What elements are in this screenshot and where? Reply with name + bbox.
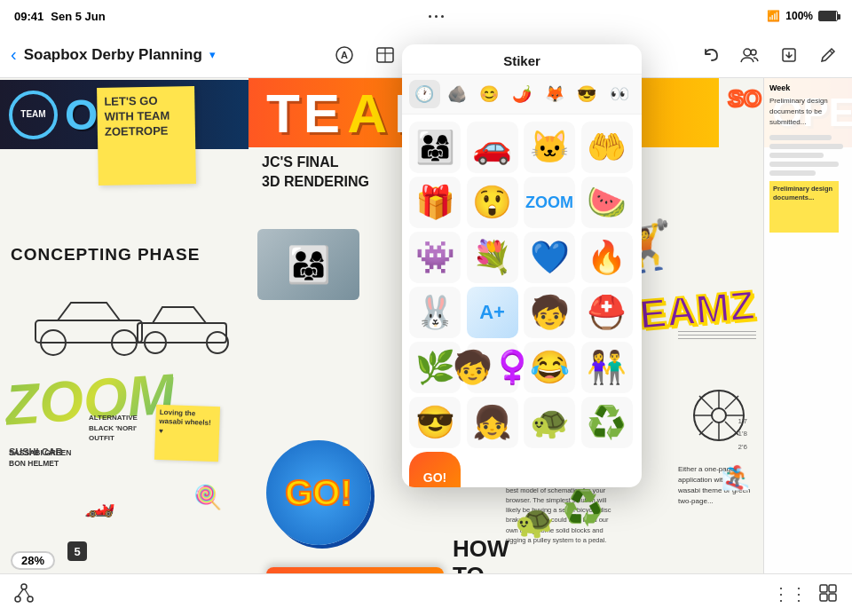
svg-line-32 [18,589,23,596]
sticker-grid: 👨‍👩‍👧 🚗 🐱 🤲 🎁 😲 ZOOM 🍉 👾 💐 💙 🔥 🐰 A+ 🧒 ⛑️… [402,115,642,487]
svg-line-33 [25,589,29,596]
svg-rect-34 [820,585,827,592]
sticker-panel-title: Stiker [402,44,642,75]
sticker-recycle[interactable]: ♻️ [581,397,633,448]
status-bar: 09:41 Sen 5 Jun 📶 100% [0,0,852,32]
right-line-2 [769,144,843,149]
recycle-icon: ♻️ [562,488,604,527]
svg-text:A: A [341,50,348,60]
sticker-flowers[interactable]: 💐 [467,232,518,283]
tab-spicy[interactable]: 🌶️ [507,80,538,108]
svg-rect-35 [829,585,836,592]
svg-point-10 [751,50,756,55]
right-week-label: Week [769,83,847,92]
svg-point-29 [15,596,20,602]
sticker-girl[interactable]: 🧒‍♀️ [467,342,518,393]
sticker-hands[interactable]: 🤲 [581,122,633,173]
sticker-rabbit[interactable]: 🐰 [409,287,461,338]
right-sticky-note: Preliminary design documents... [769,181,839,233]
sticker-blue-heart[interactable]: 💙 [524,232,575,283]
svg-line-12 [830,51,832,53]
loving-text: Loving the wasabi wheels! ♥ [159,408,211,435]
bottom-toolbar: ⋮⋮ [0,573,852,616]
sticker-turtle[interactable]: 🐢 [524,397,575,448]
tab-recent[interactable]: 🕐 [409,80,440,108]
sticker-go-btn[interactable]: GO! [409,452,461,487]
sticker-laugh[interactable]: 😂 [524,342,575,393]
back-button[interactable]: ‹ [11,44,17,65]
number-badge: 5 [67,541,87,561]
sticker-girl2[interactable]: 👧 [467,397,518,448]
dot3 [441,15,444,18]
go-circle: GO! [266,440,371,545]
so-label: SO [728,85,761,113]
right-text-content: Preliminary design documents to be submi… [769,96,847,128]
toolbar-right [698,42,841,68]
right-panel: Week Preliminary design documents to be … [763,78,852,616]
tab-eyes[interactable]: 👀 [604,80,635,108]
tab-emoji[interactable]: 😊 [474,80,505,108]
svg-rect-37 [829,594,836,601]
sticker-watermelon[interactable]: 🍉 [581,177,633,228]
sticker-tabs: 🕐 🪨 😊 🌶️ 🦊 😎 👀 [402,75,642,115]
svg-line-28 [699,422,713,435]
format-text-button[interactable]: A [331,42,358,68]
team-ring: TEAM [9,91,58,139]
svg-line-27 [725,396,738,409]
turtle-sticker: 🐢 [515,503,555,541]
day-label: Sen 5 Jun [51,10,105,23]
right-line-4 [769,162,839,167]
car-sketch-svg [9,272,240,360]
pencil-button[interactable] [815,42,841,68]
alternative-text: ALTERNATIVEBLACK 'NORI'OUTFIT [89,413,138,443]
team-letter-a: A [347,82,390,145]
nodes-button[interactable] [14,583,34,607]
status-bar-left: 09:41 Sen 5 Jun [14,10,106,23]
sticker-couple[interactable]: 👫 [581,342,633,393]
sticky-loving-wheels: Loving the wasabi wheels! ♥ [154,405,220,462]
tab-animal[interactable]: 🦊 [539,80,570,108]
blueprint-area [678,331,756,342]
sticker-cat[interactable]: 🐱 [524,122,575,173]
sticker-gift[interactable]: 🎁 [409,177,461,228]
svg-rect-36 [820,594,827,601]
sassabi-text: SASSABI GREENBON HELMET [9,447,71,470]
undo-button[interactable] [698,42,724,68]
tab-leaf[interactable]: 🪨 [442,80,473,108]
svg-line-25 [699,396,713,409]
sticker-helmet[interactable]: ⛑️ [581,287,633,338]
sticker-red-car[interactable]: 🚗 [467,122,518,173]
grid-dots-button[interactable]: ⋮⋮ [772,583,808,607]
tab-cool[interactable]: 😎 [572,80,603,108]
sticky-note-text: LET'S GO WITH TEAM ZOETROPE [104,94,170,138]
export-button[interactable] [776,42,802,68]
sticker-monster[interactable]: 👾 [409,232,461,283]
howto-text: HOW [453,535,509,563]
insert-table-button[interactable] [372,42,398,68]
sticker-aplus[interactable]: A+ [467,287,518,338]
sticker-surprised[interactable]: 😲 [467,177,518,228]
svg-point-9 [744,49,751,56]
battery-icon [818,11,838,21]
right-line-3 [769,153,824,158]
collaborate-button[interactable] [737,42,763,68]
time-label: 09:41 [14,10,43,23]
status-bar-center [429,15,444,18]
grid-view-button[interactable] [818,583,838,607]
sticker-panel: Stiker 🕐 🪨 😊 🌶️ 🦊 😎 👀 👨‍👩‍👧 🚗 🐱 🤲 🎁 😲 ZO… [402,44,642,487]
title-dropdown-icon[interactable]: ▾ [209,48,216,61]
svg-point-31 [28,596,33,602]
bottom-right-icons: ⋮⋮ [772,583,838,607]
jc-rendering-text: JC'S FINAL3D RENDERING [262,153,369,191]
sticker-family[interactable]: 👨‍👩‍👧 [409,122,461,173]
rider-figure: 🏎️ [84,489,115,518]
sticker-fire-car[interactable]: 🔥 [581,232,633,283]
sticker-zoom-text[interactable]: ZOOM [524,177,575,228]
sticker-sunglasses[interactable]: 😎 [409,397,461,448]
sticker-boy-photo[interactable]: 🧒 [524,287,575,338]
right-line-5 [769,170,816,176]
concepting-phase-label: CONCEPTING PHASE [11,245,200,265]
document-title: Soapbox Derby Planning [24,46,202,64]
svg-line-26 [725,422,738,435]
battery-label: 100% [785,10,813,22]
